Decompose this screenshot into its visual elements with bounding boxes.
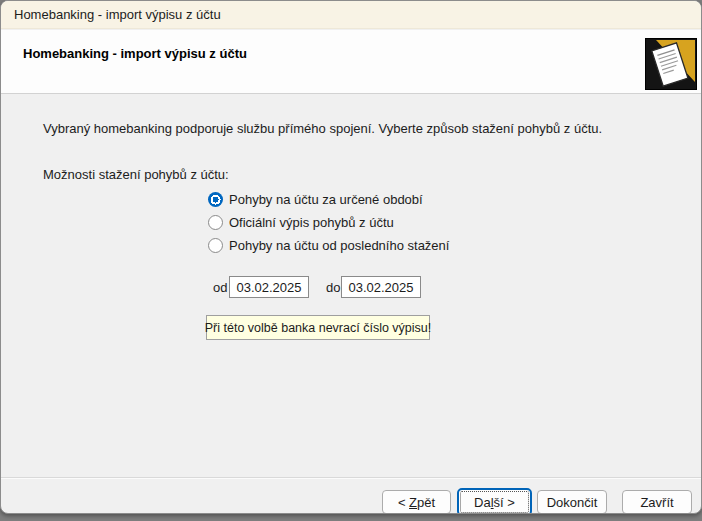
note-document-icon	[645, 38, 697, 90]
wizard-dialog-window: Homebanking - import výpisu z účtu Homeb…	[0, 0, 702, 514]
radio-option-period[interactable]: Pohyby na účtu za určené období	[208, 191, 423, 207]
buttonbar-separator	[1, 477, 701, 479]
radio-button[interactable]	[208, 192, 223, 207]
options-group-label: Možnosti stažení pohybů z účtu:	[43, 167, 229, 182]
wizard-header: Homebanking - import výpisu z účtu	[1, 30, 701, 94]
back-button[interactable]: < Zpět	[382, 490, 451, 514]
warning-text: Při této volbě banka nevrací číslo výpis…	[205, 321, 432, 335]
next-button[interactable]: Další >	[457, 488, 532, 514]
date-from-input[interactable]	[229, 276, 309, 298]
close-button[interactable]: Zavřít	[622, 490, 692, 514]
page-title: Homebanking - import výpisu z účtu	[23, 46, 247, 61]
intro-text: Vybraný homebanking podporuje službu pří…	[43, 121, 602, 136]
radio-option-since-last-download[interactable]: Pohyby na účtu od posledního stažení	[208, 237, 449, 253]
radio-button[interactable]	[208, 215, 223, 230]
date-to-label: do	[326, 280, 340, 295]
date-to-input[interactable]	[341, 276, 421, 298]
radio-option-label: Pohyby na účtu za určené období	[229, 192, 423, 207]
window-title: Homebanking - import výpisu z účtu	[14, 7, 221, 22]
date-from-label: od	[213, 280, 227, 295]
window-titlebar[interactable]: Homebanking - import výpisu z účtu	[1, 1, 701, 29]
desktop-background: { "window": { "title": "Homebanking - im…	[0, 0, 702, 521]
warning-note: Při této volbě banka nevrací číslo výpis…	[206, 315, 430, 340]
radio-option-label: Oficiální výpis pohybů z účtu	[229, 215, 394, 230]
finish-button[interactable]: Dokončit	[537, 490, 607, 514]
radio-option-official-statement[interactable]: Oficiální výpis pohybů z účtu	[208, 214, 394, 230]
radio-option-label: Pohyby na účtu od posledního stažení	[229, 238, 449, 253]
radio-button[interactable]	[208, 238, 223, 253]
